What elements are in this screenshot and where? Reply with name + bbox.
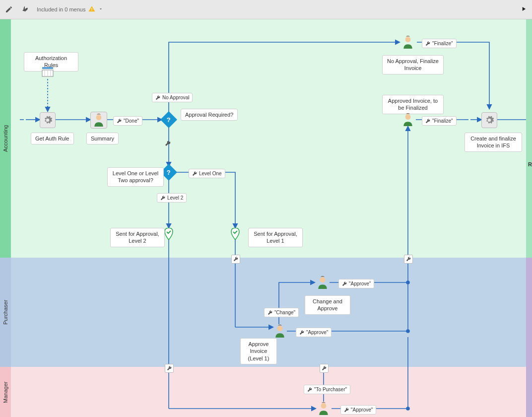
- lane-manager: Manager: [0, 367, 532, 417]
- rocket-icon[interactable]: [21, 5, 29, 13]
- approval-required-label: Approval Required?: [181, 109, 238, 121]
- summary-task[interactable]: [90, 112, 107, 129]
- sent-l2-label: Sent for Approval, Level 2: [110, 228, 165, 247]
- data-object-icon[interactable]: [42, 67, 54, 77]
- finalize-no-approval-task[interactable]: [401, 35, 415, 49]
- svg-point-38: [277, 326, 283, 331]
- lane-connector-l2[interactable]: [165, 364, 174, 373]
- change-and-approve-label: Change and Approve: [305, 295, 350, 315]
- no-approval-finalize-label: No Approval, Finalize Invoice: [382, 55, 444, 74]
- transition-level-one[interactable]: Level One: [189, 169, 225, 178]
- menu-status-text: Included in 0 menus: [37, 6, 85, 12]
- sent-l1-label: Sent for Approval, Level 1: [248, 228, 303, 247]
- lane-connector-l1[interactable]: [231, 255, 240, 264]
- transition-finalize-mid[interactable]: "Finalize": [422, 116, 457, 126]
- lane-connector-vert[interactable]: [404, 255, 413, 264]
- summary-label: Summary: [86, 133, 119, 144]
- lane-accounting: Accounting: [0, 19, 532, 258]
- milestone-sent-l2[interactable]: [164, 228, 173, 240]
- transition-done[interactable]: "Done": [113, 116, 142, 126]
- lane-connector-mgr[interactable]: [320, 364, 329, 373]
- chevron-down-icon: [98, 6, 103, 12]
- milestone-sent-l1[interactable]: [231, 228, 240, 240]
- level-gateway-label: Level One or Level Two approval?: [107, 167, 164, 187]
- menu-status[interactable]: Included in 0 menus: [37, 5, 103, 13]
- svg-point-37: [320, 277, 326, 282]
- play-button[interactable]: [520, 5, 527, 13]
- approved-to-finalize-label: Approved Invoice, to be Finalized: [382, 95, 444, 114]
- edge-label-r: R: [528, 161, 532, 167]
- approve-l1-label: Approve Invoice (Level 1): [240, 338, 277, 364]
- create-finalize-label: Create and finalize Invoice in IFS: [465, 133, 522, 152]
- get-auth-rule-label: Get Auth Rule: [31, 133, 74, 144]
- warning-icon: [88, 5, 95, 13]
- get-auth-rule-task[interactable]: [40, 112, 56, 128]
- transition-approve-mid[interactable]: "Approve": [296, 328, 332, 337]
- svg-point-39: [321, 403, 327, 409]
- transition-no-approval[interactable]: No Approval: [152, 93, 193, 102]
- transition-approve-mgr[interactable]: "Approve": [340, 405, 376, 415]
- create-finalize-task[interactable]: [481, 112, 497, 128]
- approved-finalize-task[interactable]: [401, 113, 415, 127]
- svg-rect-1: [92, 8, 92, 10]
- svg-rect-2: [92, 10, 92, 11]
- level-gateway[interactable]: ?: [163, 166, 175, 178]
- svg-point-0: [25, 8, 26, 9]
- change-approve-task[interactable]: [316, 276, 330, 289]
- svg-point-35: [405, 37, 411, 42]
- transition-level-2[interactable]: Level 2: [157, 193, 187, 203]
- transition-change[interactable]: "Change": [264, 308, 299, 317]
- manager-approve-task[interactable]: [317, 402, 331, 416]
- wrench-icon: [165, 140, 171, 146]
- approval-required-gateway[interactable]: ?: [163, 114, 175, 126]
- svg-point-36: [405, 114, 411, 120]
- diagram-canvas[interactable]: Accounting Purchaser Manager: [0, 19, 532, 417]
- transition-finalize-top[interactable]: "Finalize": [422, 39, 457, 48]
- lane-label-purchaser: Purchaser: [0, 258, 11, 367]
- approve-l1-task[interactable]: [273, 324, 287, 338]
- svg-point-34: [96, 115, 102, 120]
- pen-icon[interactable]: [5, 5, 13, 13]
- lane-label-manager: Manager: [0, 367, 11, 417]
- toolbar: Included in 0 menus: [0, 0, 532, 19]
- transition-to-purchaser[interactable]: "To Purchaser": [304, 385, 350, 394]
- transition-approve-top[interactable]: "Approve": [338, 279, 374, 288]
- lane-label-accounting: Accounting: [0, 19, 11, 258]
- svg-rect-30: [42, 67, 53, 69]
